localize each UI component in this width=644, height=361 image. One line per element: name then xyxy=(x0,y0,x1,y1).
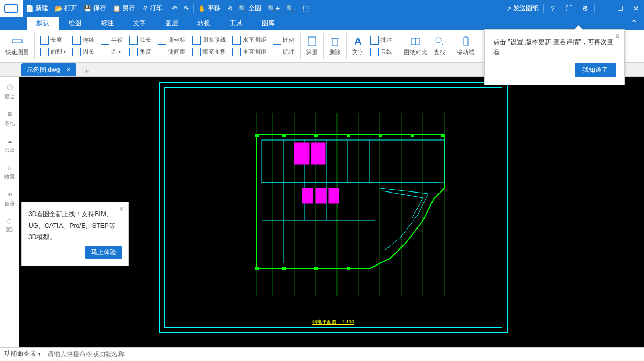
quick-measure-button[interactable]: 快速测量 xyxy=(2,31,32,62)
drawing-frame: 弱电平面图 1:100 xyxy=(159,82,508,333)
command-input[interactable] xyxy=(45,350,644,358)
close-button[interactable]: ✕ xyxy=(628,0,644,17)
settings-button[interactable]: ⚙ xyxy=(577,0,593,17)
menu-draw[interactable]: 绘图 xyxy=(59,17,91,30)
menu-annotate[interactable]: 标注 xyxy=(91,17,123,30)
sidebar-item-3d[interactable]: ⬡3D xyxy=(4,215,16,234)
find-button[interactable]: 查找 xyxy=(430,31,449,62)
svg-rect-46 xyxy=(314,134,318,137)
open-button[interactable]: 📂打开 xyxy=(52,0,80,17)
svg-rect-41 xyxy=(302,188,313,203)
text-button[interactable]: A文字 xyxy=(349,31,367,62)
zoomin-button[interactable]: 🔍+ xyxy=(265,0,283,17)
close-tab-button[interactable]: × xyxy=(66,65,70,74)
tip-text: 点击 "设置-版本更新-查看详情"，可再次查看 xyxy=(493,37,616,57)
area-button[interactable]: 面积▾ xyxy=(38,47,68,57)
svg-rect-5 xyxy=(415,38,420,45)
settings-tip-popup: × 点击 "设置-版本更新-查看详情"，可再次查看 我知道了 xyxy=(484,29,625,85)
svg-point-6 xyxy=(436,38,441,43)
sidebar-item-favorite[interactable]: ☆收藏 xyxy=(3,161,16,182)
close-3d-popup-button[interactable]: × xyxy=(119,204,124,214)
add-tab-button[interactable]: + xyxy=(80,67,94,76)
continuous-button[interactable]: 连续 xyxy=(70,35,97,46)
file-tab[interactable]: 示例图.dwg × xyxy=(21,63,76,76)
menu-tool[interactable]: 工具 xyxy=(220,17,252,30)
titlebar: 📄新建 📂打开 💾保存 📋另存 🖨打印 ↶ ↷ ✋平移 ⟲ 🔍全图 🔍+ 🔍- … xyxy=(0,0,644,17)
circle-button[interactable]: 圆▾ xyxy=(99,47,125,57)
rotate-icon: ⟲ xyxy=(227,5,232,12)
fillarea-button[interactable]: 填充面积 xyxy=(190,47,228,57)
rotate-button[interactable]: ⟲ xyxy=(224,0,236,17)
sidebar-item-local[interactable]: 🖥本地 xyxy=(3,108,16,128)
sidebar-item-recent[interactable]: 🕐最近 xyxy=(3,81,16,101)
menu-library[interactable]: 图库 xyxy=(252,17,284,30)
svg-rect-0 xyxy=(12,40,22,43)
svg-rect-4 xyxy=(411,38,415,45)
length-button[interactable]: 长度 xyxy=(38,35,68,46)
3d-promo-text: 3D看图全新上线！支持BIM、UG、CATIA、Pro/E、STEP等3D模型。 xyxy=(28,209,122,244)
3d-promo-popup: × 3D看图全新上线！支持BIM、UG、CATIA、Pro/E、STEP等3D模… xyxy=(21,202,129,266)
maximize-button[interactable]: ☐ xyxy=(612,0,628,17)
menu-layer[interactable]: 图层 xyxy=(156,17,188,30)
undo-button[interactable]: ↶ xyxy=(169,0,180,17)
coord-button[interactable]: 测坐标 xyxy=(156,35,188,46)
vdist-button[interactable]: 垂直测距 xyxy=(230,47,268,57)
command-label[interactable]: 功能命令表▾ xyxy=(0,349,45,358)
zoomwin-button[interactable]: ⬚ xyxy=(299,0,312,17)
svg-rect-42 xyxy=(316,188,326,203)
collapse-ribbon-button[interactable]: ⌃ xyxy=(624,18,644,28)
angle-button[interactable]: 角度 xyxy=(127,47,153,57)
zoomout-button[interactable]: 🔍- xyxy=(283,0,299,17)
note-icon xyxy=(370,36,379,45)
svg-rect-49 xyxy=(411,134,414,137)
fullscreen-button[interactable]: ⛶ xyxy=(561,0,577,17)
spacing-button[interactable]: 测间距 xyxy=(156,47,188,57)
hdist-button[interactable]: 水平测距 xyxy=(230,35,268,46)
hdist-icon xyxy=(232,36,241,45)
polyline-button[interactable]: 测多段线 xyxy=(190,35,228,46)
svg-rect-2 xyxy=(332,39,338,46)
sidebar-item-backup[interactable]: ⟲备份 xyxy=(3,188,16,209)
stats-icon xyxy=(273,48,281,56)
send-drawing-button[interactable]: ↗发送图纸 xyxy=(503,0,542,17)
minimize-button[interactable]: ─ xyxy=(596,0,612,17)
help-icon: ? xyxy=(551,5,555,12)
menu-default[interactable]: 默认 xyxy=(27,17,59,30)
compare-button[interactable]: 图纸对比 xyxy=(400,31,430,62)
print-icon: 🖨 xyxy=(142,5,148,12)
pan-button[interactable]: ✋平移 xyxy=(195,0,224,17)
monitor-icon: 🖥 xyxy=(5,109,14,119)
perimeter-button[interactable]: 周长 xyxy=(70,47,97,57)
fullview-button[interactable]: 🔍全图 xyxy=(236,0,265,17)
scale-button[interactable]: 比例 xyxy=(270,35,297,46)
menu-convert[interactable]: 转换 xyxy=(188,17,220,30)
close-tip-button[interactable]: × xyxy=(615,32,620,41)
delete-button[interactable]: 删除 xyxy=(326,31,344,62)
cube-icon: ⬡ xyxy=(5,216,14,226)
new-button[interactable]: 📄新建 xyxy=(23,0,52,17)
cloud-button[interactable]: 云线 xyxy=(368,47,394,57)
try-3d-button[interactable]: 马上体验 xyxy=(85,246,122,259)
redo-icon: ↷ xyxy=(184,5,189,12)
saveas-button[interactable]: 📋另存 xyxy=(109,0,138,17)
continuous-icon xyxy=(72,36,81,45)
arc-button[interactable]: 弧长 xyxy=(127,35,153,46)
sidebar-item-cloud[interactable]: ☁云盘 xyxy=(3,135,16,155)
mobile-button[interactable]: 移动端 xyxy=(453,31,478,62)
stats-button[interactable]: 统计 xyxy=(270,47,297,57)
calc-button[interactable]: 算量 xyxy=(303,31,321,62)
radius-button[interactable]: 半径 xyxy=(99,35,125,46)
calc-icon xyxy=(306,35,318,47)
spacing-icon xyxy=(158,48,166,56)
phone-icon xyxy=(460,35,472,47)
svg-rect-45 xyxy=(282,134,286,137)
svg-rect-52 xyxy=(282,267,286,270)
redo-button[interactable]: ↷ xyxy=(180,0,192,17)
save-button[interactable]: 💾保存 xyxy=(80,0,109,17)
help-button[interactable]: ? xyxy=(545,0,561,17)
tip-ok-button[interactable]: 我知道了 xyxy=(575,63,616,77)
print-button[interactable]: 🖨打印 xyxy=(138,0,166,17)
menu-text[interactable]: 文字 xyxy=(123,17,156,30)
svg-line-7 xyxy=(441,42,443,45)
note-button[interactable]: 批注 xyxy=(368,35,394,46)
